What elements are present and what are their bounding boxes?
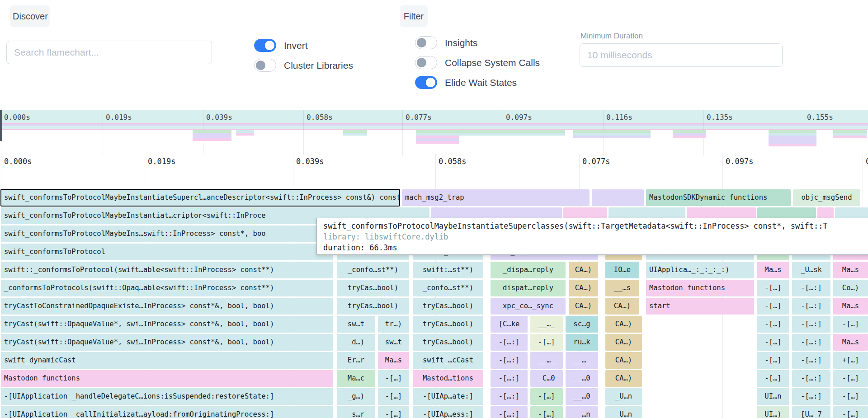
flame-cell[interactable]: __…s <box>605 280 639 296</box>
flame-cell[interactable]: Mastodon functions <box>1 370 333 387</box>
flame-cell[interactable]: IO…e <box>605 262 639 278</box>
flame-cell[interactable]: -[…] <box>757 316 789 333</box>
flame-cell[interactable]: _dispa…reply <box>491 262 566 278</box>
flame-cell[interactable]: -[…] <box>530 388 563 405</box>
flame-cell[interactable]: swift_conformsToProtocol <box>1 244 333 260</box>
flame-cell[interactable]: _confo…st**) <box>413 280 483 296</box>
flame-cell[interactable]: [C…ke <box>491 316 528 333</box>
flame-cell[interactable]: UIApplica…_:_:_:_:) <box>646 262 754 278</box>
minimum-duration-input[interactable] <box>580 43 783 67</box>
flame-cell[interactable]: -[…] <box>833 370 868 387</box>
flame-cell[interactable]: _U…sk <box>792 262 830 278</box>
search-input[interactable] <box>6 41 212 64</box>
flame-cell[interactable]: swift_…cCast <box>413 352 483 369</box>
flame-cell[interactable]: tr…) <box>378 316 409 333</box>
discover-button[interactable]: Discover <box>10 5 50 27</box>
flame-cell[interactable]: UI…) <box>757 406 789 418</box>
flame-cell[interactable] <box>592 189 644 206</box>
flame-cell[interactable]: -[…] <box>757 298 789 315</box>
flame-cell[interactable]: -[UIApplication _callInitializat…ayload:… <box>1 406 333 418</box>
flame-cell[interactable]: -[…:] <box>792 280 830 296</box>
flame-cell[interactable]: -[…] <box>757 370 789 387</box>
flame-cell[interactable]: sw…t <box>337 316 375 333</box>
flame-cell[interactable]: MastodonSDKDynamic functions <box>646 189 791 206</box>
toggle-invert[interactable] <box>254 39 276 52</box>
flame-cell[interactable]: -[…:] <box>491 334 528 351</box>
filter-button[interactable]: Filter <box>400 5 428 27</box>
flame-cell[interactable]: +[…] <box>833 352 868 369</box>
flame-cell[interactable]: CA…) <box>605 316 642 333</box>
flame-cell[interactable]: _confo…st**) <box>337 262 409 278</box>
flame-cell[interactable]: __…_ <box>530 316 563 333</box>
flame-cell[interactable]: swift_conformsToProtocolMaybeIns…swift::… <box>1 225 335 242</box>
flame-cell[interactable]: _g…) <box>337 388 375 405</box>
flame-cell[interactable]: ru…k <box>566 334 598 351</box>
flame-cell[interactable]: -[…] <box>757 352 789 369</box>
flame-cell[interactable]: -[…:] <box>491 388 528 405</box>
flame-cell[interactable]: -[…:] <box>491 370 528 387</box>
flame-cell[interactable]: -[…] <box>757 334 789 351</box>
flame-cell[interactable]: tryCastToConstrainedOpaqueExiste…InProce… <box>1 298 333 315</box>
flame-cell[interactable]: Ma…s <box>833 298 868 315</box>
flame-cell[interactable]: -[…] <box>833 316 868 333</box>
flame-cell[interactable]: __…_ <box>530 352 563 369</box>
flame-cell[interactable]: CA…) <box>569 298 598 315</box>
flame-cell[interactable]: start <box>646 298 754 315</box>
flame-cell[interactable]: CA…) <box>605 352 642 369</box>
flame-cell[interactable]: Ma…s <box>833 334 868 351</box>
flame-cell[interactable]: __…_ <box>566 352 598 369</box>
flame-cell[interactable]: tryCast(swift::OpaqueValue*, swi…InProce… <box>1 334 333 351</box>
flame-cell[interactable]: Mastodon functions <box>646 280 754 296</box>
flame-cell[interactable]: objc_msgSend <box>793 189 860 206</box>
flame-cell[interactable]: CA…) <box>605 334 642 351</box>
toggle-insights[interactable] <box>415 36 437 49</box>
flame-cell[interactable]: [U…_7 <box>792 406 830 418</box>
flame-cell[interactable]: swift:…st**) <box>413 262 483 278</box>
flame-cell[interactable]: -[…:] <box>792 388 830 405</box>
flame-cell[interactable]: -[…:] <box>792 352 830 369</box>
toggle-elide-wait-states[interactable] <box>415 76 437 89</box>
flame-cell[interactable]: xpc_co…_sync <box>491 298 566 315</box>
flame-cell[interactable]: -[…] <box>530 406 563 418</box>
flame-cell[interactable]: Ma…s <box>378 352 409 369</box>
flame-cell[interactable]: -[…:] <box>792 370 830 387</box>
flame-cell[interactable]: _U…n <box>605 388 642 405</box>
toggle-collapse-system-calls[interactable] <box>415 56 437 69</box>
flame-cell[interactable]: tryCas…bool) <box>413 298 483 315</box>
flame-cell[interactable]: Ma…s <box>833 262 868 278</box>
flame-cell[interactable]: _U…n <box>605 406 642 418</box>
minimap[interactable]: 0.000s0.019s0.039s0.058s0.077s0.097s0.11… <box>0 110 868 155</box>
flame-cell[interactable]: tryCas…bool) <box>337 298 409 315</box>
flame-cell[interactable]: -[…] <box>833 406 868 418</box>
flame-cell[interactable]: -[UIAp…ate:] <box>413 388 483 405</box>
flame-cell[interactable]: -[UIAp…ess:] <box>413 406 483 418</box>
flame-cell[interactable]: -[…] <box>378 406 409 418</box>
flame-cell[interactable]: -[…] <box>757 280 789 296</box>
flame-cell[interactable]: _s…r <box>337 406 375 418</box>
flame-cell[interactable]: -[…:] <box>792 334 830 351</box>
flame-cell[interactable]: Co…) <box>833 280 868 296</box>
flame-cell[interactable]: CA…) <box>605 370 642 387</box>
toggle-cluster-libraries[interactable] <box>254 59 276 72</box>
flame-cell[interactable]: _conformsToProtocols(swift::Opaq…able<sw… <box>1 280 333 296</box>
flame-cell[interactable]: CA…) <box>605 298 639 315</box>
flame-cell[interactable]: _d…) <box>337 334 375 351</box>
flame-cell[interactable]: -[…] <box>530 334 563 351</box>
flame-cell[interactable]: -[…:] <box>491 352 528 369</box>
flame-cell[interactable]: Ma…c <box>337 370 375 387</box>
flame-cell[interactable]: -[…:] <box>792 316 830 333</box>
flame-cell[interactable]: sw…t <box>378 334 409 351</box>
flame-cell[interactable]: -[…:] <box>491 406 528 418</box>
flame-cell[interactable]: -[UIApplication _handleDelegateC…ions:is… <box>1 388 333 405</box>
flame-cell[interactable]: __…0 <box>566 388 598 405</box>
flame-cell[interactable]: tryCas…bool) <box>337 280 409 296</box>
flame-cell[interactable]: tryCas…bool) <box>413 316 483 333</box>
flame-cell[interactable]: Ma…s <box>757 262 789 278</box>
flame-cell[interactable]: CA…) <box>569 280 598 296</box>
flame-cell[interactable]: swift_dynamicCast <box>1 352 333 369</box>
flame-cell-selected[interactable]: swift_conformsToProtocolMaybeInstantiate… <box>1 189 400 206</box>
flame-cell[interactable]: dispat…reply <box>491 280 566 296</box>
flame-cell[interactable]: sc…g <box>566 316 598 333</box>
flame-cell[interactable]: Mastod…tions <box>413 370 483 387</box>
flame-cell[interactable]: swift::_conformsToProtocol(swift…able<sw… <box>1 262 333 278</box>
